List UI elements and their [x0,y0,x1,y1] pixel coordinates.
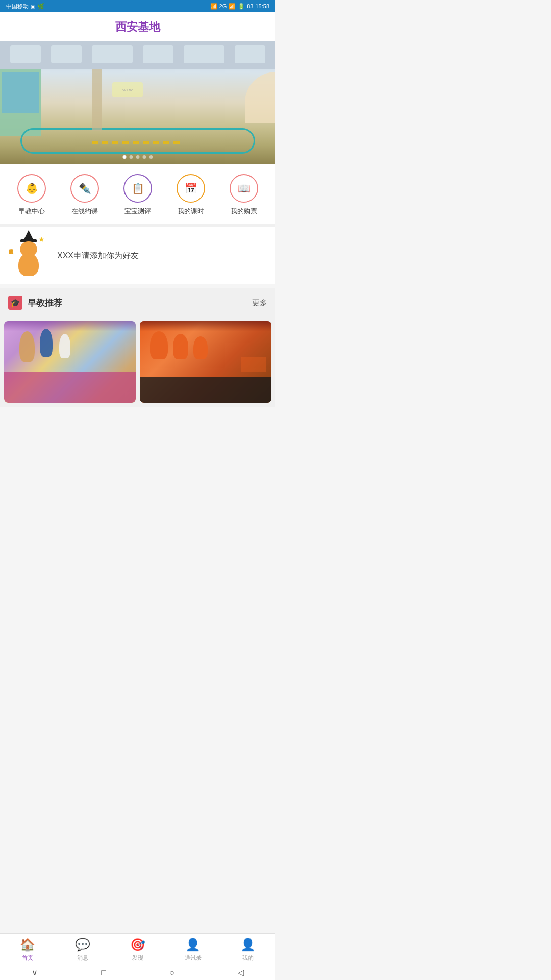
menu-item-my-tickets[interactable]: 📖 我的购票 [230,174,258,216]
my-hours-label: 我的课时 [178,207,204,216]
more-button[interactable]: 更多 [252,298,267,308]
carrier-info: 中国移动 ▣ 🌿 [6,3,44,10]
baby-eval-icon: 📋 [132,182,144,194]
baby-eval-label: 宝宝测评 [124,207,151,216]
owl-hat [22,230,35,242]
my-hours-icon-circle: 📅 [177,174,205,203]
baby-eval-icon-circle: 📋 [123,174,152,203]
my-hours-icon: 📅 [185,182,197,194]
book-class-label: 在线约课 [71,207,98,216]
page-title: 西安基地 [115,20,160,33]
owl-eye-left [15,248,20,253]
dot-3[interactable] [136,155,140,159]
dot-1[interactable] [123,155,127,159]
my-tickets-label: 我的购票 [231,207,257,216]
status-bar: 中国移动 ▣ 🌿 📶 2G 📶 🔋 83 15:58 [0,0,276,12]
early-edu-label: 早教中心 [18,207,45,216]
recommendation-image-1 [4,321,136,403]
carrier-name: 中国移动 [6,3,29,10]
my-tickets-icon-circle: 📖 [230,174,258,203]
menu-item-book-class[interactable]: ✒️ 在线约课 [70,174,99,216]
section-label: 早教推荐 [28,297,62,309]
book-class-icon: ✒️ [79,182,91,194]
quick-menu: 👶 早教中心 ✒️ 在线约课 📋 宝宝测评 📅 我的课时 📖 [0,164,276,227]
time-display: 15:58 [255,3,269,9]
dot-5[interactable] [149,155,153,159]
early-edu-icon: 👶 [26,182,38,194]
carrier-icon2: 🌿 [37,3,44,10]
menu-item-my-hours[interactable]: 📅 我的课时 [177,174,205,216]
my-tickets-icon: 📖 [238,182,251,194]
graduation-icon: 🎓 [10,298,20,308]
star-decoration: ★ [38,235,45,243]
recommendation-grid [0,317,276,407]
signal-icon: 📶 [229,3,236,10]
recommendation-image-2 [140,321,271,403]
carrier-icon1: ▣ [31,4,35,9]
reminder-section[interactable]: ★ 我的提醒 XXX申请添加你为好友 [0,227,276,284]
wifi-icon: 📶 [210,3,217,10]
recommendation-header: 🎓 早教推荐 更多 [0,288,276,317]
carousel-dots [123,155,153,159]
menu-item-early-edu[interactable]: 👶 早教中心 [17,174,46,216]
banner-scene: WTW [0,41,276,164]
early-edu-icon-circle: 👶 [17,174,46,203]
recommendation-icon: 🎓 [8,296,22,310]
recommendation-item-1[interactable] [4,321,136,403]
main-content: WTW 👶 早教中心 ✒️ 在线约课 📋 [0,41,276,463]
menu-item-baby-eval[interactable]: 📋 宝宝测评 [123,174,152,216]
network-type: 2G [219,3,227,9]
dot-4[interactable] [143,155,146,159]
status-right: 📶 2G 📶 🔋 83 15:58 [210,3,269,10]
battery-icon: 🔋 [238,3,245,10]
page-header: 西安基地 [0,12,276,41]
reminder-mascot: ★ 我的提醒 [8,235,49,276]
recommendation-item-2[interactable] [140,321,271,403]
section-title: 🎓 早教推荐 [8,296,62,310]
banner-carousel[interactable]: WTW [0,41,276,164]
reminder-text: XXX申请添加你为好友 [57,251,139,261]
battery-level: 83 [247,3,253,9]
book-class-icon-circle: ✒️ [70,174,99,203]
owl-body [18,253,39,276]
owl-eye-right [37,248,42,253]
dot-2[interactable] [130,155,133,159]
